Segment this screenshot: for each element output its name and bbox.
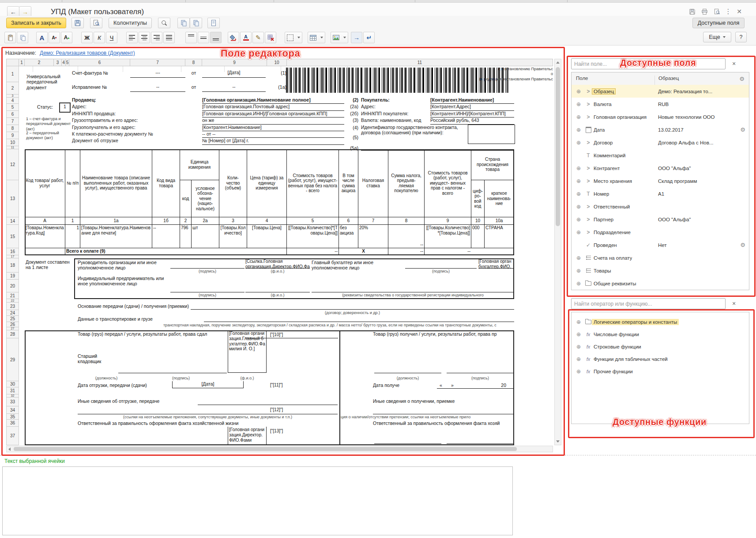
- expand-icon[interactable]: ⊕: [574, 127, 583, 133]
- goods-colnum[interactable]: 5: [287, 217, 339, 225]
- row-header[interactable]: 35: [6, 414, 19, 420]
- form-line[interactable]: [191, 303, 514, 310]
- form-cell[interactable]: Российский рубль, 643: [430, 117, 514, 124]
- editor-horizontal-scrollbar[interactable]: [6, 446, 553, 452]
- goods-header[interactable]: Сумма налога, предъяв- ляемая покупателю: [388, 149, 425, 217]
- goods-cell[interactable]: шт: [192, 225, 219, 248]
- field-row[interactable]: ⊕ Комментарий ⚙: [572, 149, 749, 162]
- valign-top-icon[interactable]: [185, 32, 197, 43]
- row-header[interactable]: 6: [6, 111, 19, 118]
- goods-colnum[interactable]: 1: [65, 217, 80, 225]
- signature-line[interactable]: [170, 259, 244, 269]
- text-color-icon[interactable]: А: [240, 32, 252, 43]
- align-justify-icon[interactable]: [163, 32, 175, 43]
- goods-colnum[interactable]: 2: [180, 217, 192, 225]
- signature-line[interactable]: [312, 275, 514, 292]
- form-cell[interactable]: [Контрагент.Наименование]: [202, 125, 344, 131]
- goods-colnum[interactable]: 8: [388, 217, 425, 225]
- signature-line[interactable]: [374, 330, 441, 373]
- form-cell[interactable]: Документ об отгрузке: [72, 138, 202, 144]
- form-cell[interactable]: ИНН/КПП покупателя:: [361, 111, 431, 117]
- form-line[interactable]: [78, 406, 338, 414]
- save-button[interactable]: [71, 18, 84, 28]
- form-cell[interactable]: от: [186, 70, 201, 76]
- expand-icon[interactable]: ⊕: [574, 331, 583, 337]
- row-header[interactable]: 8: [6, 125, 19, 132]
- goods-colnum[interactable]: 6: [339, 217, 358, 225]
- editor-vertical-scrollbar[interactable]: [554, 59, 561, 445]
- more-actions-button[interactable]: Еще: [703, 32, 731, 42]
- goods-colnum[interactable]: 10: [471, 217, 485, 225]
- field-row[interactable]: ⊕ Головная организация Новые технологии …: [572, 110, 749, 123]
- row-header[interactable]: 5: [6, 104, 19, 111]
- form-cell[interactable]: Продавец:: [72, 97, 202, 104]
- goods-cell[interactable]: --: [388, 248, 425, 255]
- row-header[interactable]: 16: [6, 248, 19, 255]
- row-header[interactable]: 7: [6, 118, 19, 125]
- goods-cell[interactable]: --: [425, 248, 471, 255]
- column-header[interactable]: 10: [267, 59, 287, 66]
- form-cell[interactable]: -- от --: [202, 131, 344, 138]
- copy-icon[interactable]: [17, 32, 28, 43]
- form-cell[interactable]: от: [186, 84, 201, 91]
- goods-total-label[interactable]: Всего к оплате (9): [65, 248, 287, 255]
- column-header[interactable]: 4: [62, 59, 66, 66]
- form-cell[interactable]: ---: [130, 70, 185, 78]
- row-header[interactable]: 13: [6, 180, 19, 217]
- form-cell[interactable]: Ответственный за правильность оформления…: [78, 421, 267, 427]
- form-cell[interactable]: К платежно-расчетному документу №: [72, 131, 202, 138]
- field-row[interactable]: ⊕ Договор Договор Альфа с Нов... ⚙: [572, 136, 749, 149]
- field-settings-icon[interactable]: ⚙: [740, 126, 745, 133]
- field-row[interactable]: ⊕ Номер А1 ⚙: [572, 187, 749, 200]
- column-header[interactable]: 3: [54, 59, 62, 66]
- align-center-icon[interactable]: [139, 32, 150, 43]
- field-row[interactable]: ⊕ Проведен Нет ⚙: [572, 239, 749, 251]
- form-cell[interactable]: [Дата]: [202, 70, 266, 78]
- form-cell[interactable]: Счет-фактура №: [72, 70, 127, 76]
- form-line[interactable]: [373, 406, 514, 414]
- expand-icon[interactable]: ⊕: [574, 229, 583, 235]
- goods-cell[interactable]: --: [152, 225, 180, 248]
- goods-header[interactable]: условное обозна- чение (нацио- нальное): [192, 180, 219, 217]
- form-cell[interactable]: [Головная орган бухгалтер.ФИО.: [478, 259, 514, 269]
- goods-cell[interactable]: 000: [471, 225, 485, 248]
- function-row[interactable]: ⊕ Функции для табличных частей: [572, 353, 749, 365]
- form-cell[interactable]: Адрес:: [361, 104, 431, 110]
- print-icon[interactable]: [699, 7, 710, 16]
- row-header[interactable]: 11: [6, 146, 19, 149]
- form-cell[interactable]: № [Номер] от [Дата] г.: [202, 138, 344, 144]
- valign-bottom-icon[interactable]: [210, 32, 222, 43]
- form-cell[interactable]: [Головная организация.Директор.ФИО.Фами: [228, 427, 267, 445]
- form-cell[interactable]: Грузоотправитель и его адрес:: [72, 117, 202, 124]
- form-cell[interactable]: Адрес:: [72, 104, 202, 110]
- preview-icon[interactable]: [711, 7, 722, 16]
- goods-colnum[interactable]: 1б: [152, 217, 180, 225]
- goods-cell[interactable]: 20%: [358, 225, 388, 248]
- expand-icon[interactable]: ⊕: [574, 191, 583, 197]
- function-row[interactable]: ⊕ Прочие функции: [572, 365, 749, 378]
- expand-icon[interactable]: ⊕: [574, 356, 583, 362]
- field-row[interactable]: ⊕ Дата 13.02.2017 ⚙: [572, 123, 749, 136]
- form-cell[interactable]: [Контрагент.ИНН]/[Контрагент.КПП]: [430, 111, 514, 117]
- row-header[interactable]: 32: [6, 394, 19, 398]
- row-header[interactable]: 10: [6, 139, 19, 146]
- signature-line[interactable]: [170, 275, 244, 292]
- page-setup-button[interactable]: [207, 18, 220, 28]
- goods-header[interactable]: код: [180, 180, 192, 217]
- paste-icon[interactable]: [4, 32, 16, 43]
- italic-button[interactable]: К: [94, 32, 105, 43]
- font-button[interactable]: А: [36, 32, 48, 43]
- form-cell[interactable]: ["[13]"]: [270, 428, 295, 434]
- row-header[interactable]: 3: [6, 95, 19, 98]
- expand-icon[interactable]: ⊕: [574, 319, 583, 325]
- merge-cells-dropdown[interactable]: [308, 32, 325, 43]
- form-cell[interactable]: Иные сведения об отгрузке, передаче: [78, 398, 201, 405]
- form-line[interactable]: [198, 398, 338, 405]
- goods-cell[interactable]: X: [339, 248, 388, 255]
- signature-line[interactable]: [245, 275, 310, 292]
- form-cell[interactable]: Исправление №: [72, 84, 127, 91]
- wrap-text-icon[interactable]: ↵: [363, 32, 375, 43]
- borders-dropdown[interactable]: [285, 32, 302, 43]
- function-row[interactable]: ⊕ Строковые функции: [572, 341, 749, 353]
- column-header[interactable]: 5: [66, 59, 69, 66]
